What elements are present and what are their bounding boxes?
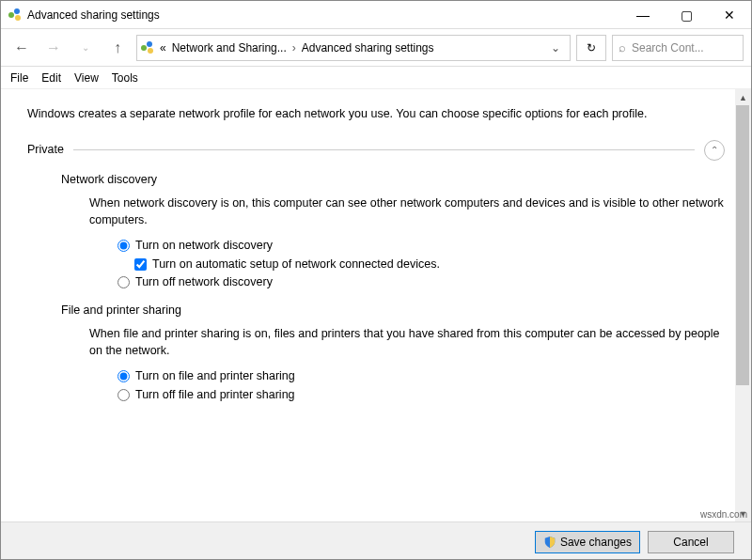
titlebar: Advanced sharing settings — ▢ ✕	[1, 1, 751, 29]
radio-fps-on-input[interactable]	[118, 370, 130, 382]
fps-label: File and printer sharing	[61, 303, 181, 319]
network-discovery-desc: When network discovery is on, this compu…	[89, 195, 725, 228]
content-area: Windows creates a separate network profi…	[1, 89, 751, 521]
intro-text: Windows creates a separate network profi…	[27, 106, 725, 123]
cancel-label: Cancel	[673, 536, 708, 549]
close-button[interactable]: ✕	[708, 1, 751, 29]
menu-edit[interactable]: Edit	[41, 71, 61, 85]
checkbox-nd-auto-label: Turn on automatic setup of network conne…	[152, 257, 440, 273]
address-dropdown-button[interactable]: ⌄	[545, 41, 566, 54]
subsection-file-printer-sharing: File and printer sharing	[61, 303, 725, 319]
subsection-network-discovery: Network discovery	[61, 172, 725, 189]
fps-desc: When file and printer sharing is on, fil…	[89, 326, 725, 359]
cancel-button[interactable]: Cancel	[648, 531, 734, 553]
radio-nd-on[interactable]: Turn on network discovery	[118, 238, 725, 255]
maximize-button[interactable]: ▢	[665, 1, 708, 29]
breadcrumb-prefix: «	[160, 41, 166, 54]
checkbox-nd-auto-input[interactable]	[134, 258, 147, 271]
menu-tools[interactable]: Tools	[112, 71, 138, 85]
breadcrumb-parent[interactable]: Network and Sharing...	[172, 41, 287, 54]
back-button[interactable]: ←	[8, 35, 35, 61]
recent-locations-button[interactable]: ⌄	[72, 35, 99, 61]
radio-fps-on[interactable]: Turn on file and printer sharing	[118, 368, 725, 385]
chevron-right-icon[interactable]: ›	[292, 41, 296, 54]
scroll-thumb[interactable]	[736, 105, 749, 385]
section-private-label: Private	[27, 142, 64, 159]
scroll-up-icon[interactable]: ▲	[735, 89, 751, 105]
forward-button[interactable]: →	[40, 35, 67, 61]
vertical-scrollbar[interactable]: ▲ ▼	[735, 89, 751, 521]
menu-file[interactable]: File	[10, 71, 28, 85]
breadcrumb-current[interactable]: Advanced sharing settings	[302, 41, 434, 54]
window-title: Advanced sharing settings	[27, 8, 621, 22]
address-bar[interactable]: « Network and Sharing... › Advanced shar…	[136, 35, 571, 61]
refresh-button[interactable]: ↻	[576, 35, 606, 61]
scroll-track[interactable]	[735, 105, 751, 506]
window-controls: — ▢ ✕	[621, 1, 751, 29]
network-discovery-label: Network discovery	[61, 172, 157, 189]
radio-nd-off-input[interactable]	[118, 276, 130, 288]
radio-fps-off-label: Turn off file and printer sharing	[135, 387, 295, 404]
radio-nd-on-input[interactable]	[118, 240, 130, 252]
minimize-button[interactable]: —	[621, 1, 665, 29]
radio-fps-on-label: Turn on file and printer sharing	[135, 368, 295, 385]
collapse-toggle[interactable]: ⌃	[704, 140, 725, 161]
section-private: Private ⌃	[27, 140, 725, 161]
menu-view[interactable]: View	[74, 71, 99, 85]
save-changes-button[interactable]: Save changes	[535, 531, 640, 553]
footer: Save changes Cancel	[1, 521, 751, 560]
radio-nd-on-label: Turn on network discovery	[135, 238, 273, 255]
toolbar: ← → ⌄ ↑ « Network and Sharing... › Advan…	[1, 29, 751, 67]
watermark: wsxdn.com	[700, 509, 747, 520]
save-changes-label: Save changes	[560, 536, 632, 549]
radio-fps-off-input[interactable]	[118, 389, 130, 401]
search-box[interactable]: ⌕ Search Cont...	[612, 35, 744, 61]
radio-nd-off[interactable]: Turn off network discovery	[118, 274, 725, 291]
checkbox-nd-auto[interactable]: Turn on automatic setup of network conne…	[134, 257, 725, 273]
search-placeholder: Search Cont...	[632, 41, 704, 54]
radio-nd-off-label: Turn off network discovery	[135, 274, 273, 291]
menubar: File Edit View Tools	[1, 67, 751, 89]
network-sharing-icon	[141, 41, 154, 54]
search-icon: ⌕	[619, 40, 626, 54]
radio-fps-off[interactable]: Turn off file and printer sharing	[118, 387, 725, 404]
divider	[73, 149, 695, 150]
up-button[interactable]: ↑	[104, 35, 131, 61]
uac-shield-icon	[543, 536, 556, 549]
network-sharing-icon	[8, 8, 22, 22]
